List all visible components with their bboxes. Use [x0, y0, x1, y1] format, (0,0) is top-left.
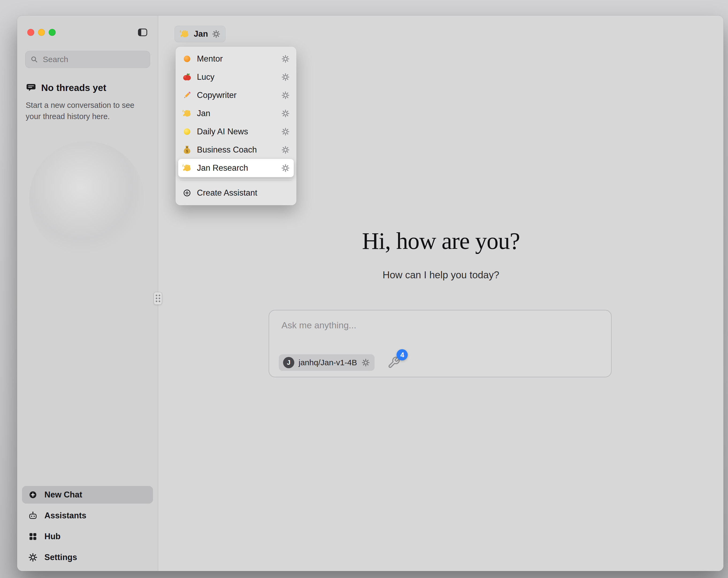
sidebar-item-label: Assistants [45, 511, 86, 521]
pencil-icon [182, 90, 192, 100]
assistant-menu-item-label: Business Coach [197, 145, 276, 155]
sidebar-background-blob [29, 141, 144, 256]
tools-count-badge: 4 [396, 349, 408, 360]
gear-icon[interactable] [281, 109, 290, 118]
message-input[interactable] [281, 320, 599, 344]
search-input[interactable] [42, 55, 145, 64]
wave-hand-icon [179, 29, 190, 39]
greeting-subtitle: How can I help you today? [158, 270, 724, 281]
greeting-title: Hi, how are you? [158, 227, 724, 254]
gear-icon[interactable] [281, 91, 290, 100]
gear-icon[interactable] [281, 145, 290, 154]
assistant-menu-item-label: Daily AI News [197, 127, 276, 136]
assistant-menu-item-label: Lucy [197, 72, 276, 82]
composer-toolbar: J janhq/Jan-v1-4B 4 [279, 354, 400, 371]
gear-icon[interactable] [281, 164, 290, 173]
assistant-menu-item-lucy[interactable]: Lucy [178, 68, 294, 86]
sidebar-item-label: Settings [45, 553, 77, 562]
zoom-window-button[interactable] [49, 29, 56, 36]
assistant-menu-item-label: Jan Research [197, 163, 276, 173]
empty-state-description: Start a new conversation to see your thr… [26, 100, 147, 122]
gear-icon [28, 552, 38, 562]
plus-circle-icon [182, 188, 192, 198]
create-assistant-button[interactable]: Create Assistant [178, 184, 294, 202]
threads-empty-state: No threads yet Start a new conversation … [26, 82, 147, 122]
assistant-menu-item-copywriter[interactable]: Copywriter [178, 86, 294, 104]
sidebar-item-assistants[interactable]: Assistants [22, 507, 153, 525]
assistant-menu-item-jan[interactable]: Jan [178, 104, 294, 123]
search-bar[interactable] [25, 51, 150, 68]
create-assistant-label: Create Assistant [197, 188, 290, 198]
sidebar-resize-handle[interactable] [154, 292, 162, 304]
gear-icon[interactable] [281, 54, 290, 64]
assistant-menu-item-label: Jan [197, 109, 276, 118]
welcome-section: Hi, how are you? How can I help you toda… [158, 227, 724, 281]
assistant-menu-item-mentor[interactable]: Mentor [178, 50, 294, 68]
sidebar-item-new-chat[interactable]: New Chat [22, 486, 153, 504]
gear-icon[interactable] [281, 73, 290, 82]
plus-circle-filled-icon [28, 490, 38, 500]
assistant-menu-item-label: Copywriter [197, 91, 276, 100]
gear-icon[interactable] [361, 358, 370, 367]
sidebar-nav: New Chat Assistants Hub Settings [22, 486, 153, 566]
wave-hand-icon [182, 108, 192, 119]
assistant-menu: Mentor Lucy Copywriter Jan Daily AI News [176, 47, 296, 205]
tools-button[interactable]: 4 [387, 356, 400, 369]
search-icon [30, 55, 38, 64]
menu-divider [180, 180, 292, 181]
sidebar: No threads yet Start a new conversation … [17, 16, 158, 571]
window-controls [27, 29, 56, 36]
gear-icon[interactable] [281, 127, 290, 136]
money-bag-icon [182, 145, 192, 155]
yellow-circle-icon [182, 127, 192, 137]
model-avatar: J [283, 357, 294, 368]
app-window: No threads yet Start a new conversation … [17, 16, 724, 571]
model-selector[interactable]: J janhq/Jan-v1-4B [279, 354, 374, 371]
assistant-menu-item-daily-ai-news[interactable]: Daily AI News [178, 123, 294, 141]
model-name: janhq/Jan-v1-4B [298, 358, 357, 367]
gear-icon[interactable] [212, 29, 221, 39]
apple-icon [182, 72, 192, 82]
minimize-window-button[interactable] [38, 29, 45, 36]
assistant-menu-item-jan-research[interactable]: Jan Research [178, 159, 294, 177]
main-area: Jan Mentor Lucy Copywriter Jan [158, 16, 724, 571]
sidebar-item-settings[interactable]: Settings [22, 549, 153, 566]
chat-composer[interactable]: J janhq/Jan-v1-4B 4 [269, 310, 612, 377]
wave-hand-icon [182, 163, 192, 173]
assistant-selector-label: Jan [194, 29, 208, 39]
sidebar-toggle-button[interactable] [136, 27, 149, 38]
bot-icon [28, 510, 38, 521]
assistant-selector[interactable]: Jan [175, 26, 226, 42]
empty-state-title: No threads yet [41, 82, 106, 93]
sidebar-toggle-icon [136, 27, 149, 38]
assistant-menu-item-label: Mentor [197, 54, 276, 64]
close-window-button[interactable] [27, 29, 34, 36]
sidebar-item-label: New Chat [45, 490, 82, 500]
sidebar-item-hub[interactable]: Hub [22, 528, 153, 545]
assistant-menu-item-business-coach[interactable]: Business Coach [178, 141, 294, 159]
grid-icon [28, 531, 38, 542]
chat-bubble-icon [26, 82, 36, 93]
orange-circle-icon [182, 54, 192, 64]
sidebar-item-label: Hub [45, 532, 60, 541]
